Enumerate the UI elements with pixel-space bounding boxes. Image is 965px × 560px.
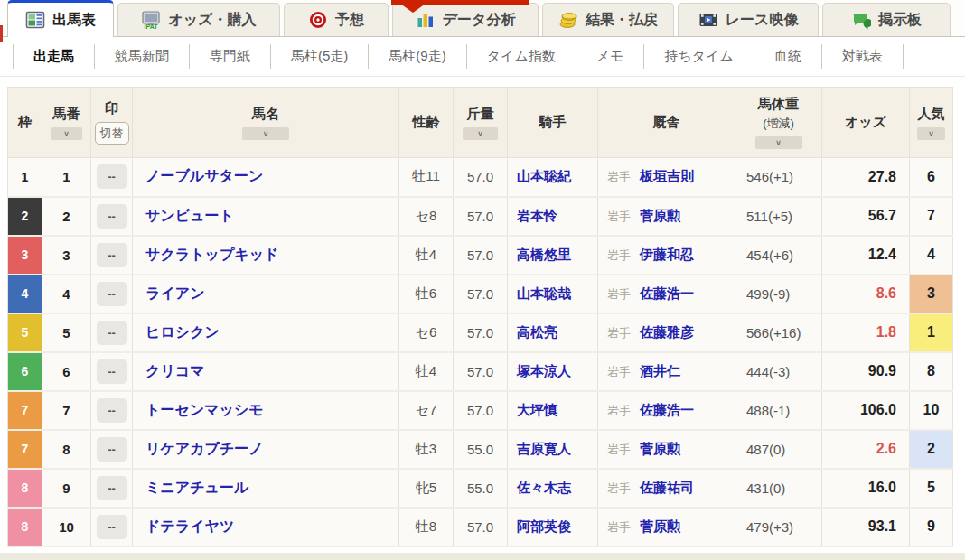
tab-forecast[interactable]: 予想 [284,3,389,36]
mark-button[interactable]: -- [97,359,127,384]
tab-racecard[interactable]: 出馬表 [7,0,114,37]
jockey-cell: 大坪慎 [508,391,598,430]
jockey-link[interactable]: 塚本涼人 [517,363,571,378]
tab-board[interactable]: 掲示板 [822,3,951,36]
mark-toggle-button[interactable]: 切替 [95,122,129,145]
carried-weight-cell: 57.0 [454,158,508,197]
subnav-item-1[interactable]: 競馬新聞 [94,44,189,69]
body-weight-cell: 511(+5) [735,197,822,236]
region-label: 岩手 [607,404,631,417]
carried-weight-cell: 57.0 [454,275,508,313]
mark-button[interactable]: -- [97,321,127,345]
col-header-odds: オッズ [822,88,910,158]
stable-cell: 岩手菅原勲 [598,508,735,546]
popularity-cell: 1 [910,313,953,352]
horse-name-link[interactable]: ヒロシクン [145,324,220,340]
stable-cell: 岩手佐藤祐司 [598,469,735,508]
trainer-link[interactable]: 酒井仁 [640,363,680,378]
carried-weight-cell: 57.0 [454,352,508,391]
horse-name-cell: ヒロシクン [133,313,399,352]
mark-cell: -- [91,236,133,275]
sort-name-button[interactable]: ∨ [242,127,289,140]
horse-name-link[interactable]: ライアン [145,285,205,301]
frame-number-cell: 5 [8,313,42,352]
horse-number-cell: 2 [42,197,91,236]
sort-num-button[interactable]: ∨ [51,127,82,140]
jockey-link[interactable]: 岩本怜 [517,208,557,223]
subnav-item-5[interactable]: タイム指数 [466,44,576,69]
col-header-weight-label: 斤量 [467,106,494,123]
subnav-item-4[interactable]: 馬柱(9走) [368,44,465,69]
tab-odds-purchase[interactable]: IPATオッズ・購入 [117,3,280,36]
trainer-link[interactable]: 佐藤雅彦 [640,324,694,340]
popularity-cell: 6 [910,158,953,197]
jockey-link[interactable]: 山本聡哉 [517,285,571,301]
sex-age-cell: 牝5 [399,469,454,508]
subnav-item-0[interactable]: 出走馬 [13,44,94,69]
mark-button[interactable]: -- [97,515,127,539]
jockey-link[interactable]: 吉原寛人 [517,441,571,456]
mark-button[interactable]: -- [97,282,127,306]
tab-race-video[interactable]: レース映像 [678,3,819,36]
mark-button[interactable]: -- [97,204,127,229]
body-weight-cell: 479(+3) [735,508,822,546]
table-row: 77--トーセンマッシモセ757.0大坪慎岩手佐藤浩一488(-1)106.01… [8,391,953,430]
subnav-item-3[interactable]: 馬柱(5走) [270,44,368,69]
horse-name-link[interactable]: サンビュート [145,208,234,223]
sort-popularity-button[interactable]: ∨ [917,127,945,140]
tab-results-payout[interactable]: 結果・払戻 [542,3,674,36]
trainer-link[interactable]: 佐藤浩一 [640,285,694,301]
jockey-link[interactable]: 佐々木志 [517,480,571,495]
subnav-item-9[interactable]: 対戦表 [821,44,904,69]
subnav-item-8[interactable]: 血統 [754,44,821,69]
stable-cell: 岩手菅原勲 [598,430,735,469]
speech-bubbles-icon [851,10,871,30]
odds-cell: 2.6 [822,430,910,469]
jockey-link[interactable]: 大坪慎 [517,402,557,417]
trainer-link[interactable]: 伊藤和忍 [640,247,694,262]
jockey-link[interactable]: 高松亮 [517,324,557,340]
horse-name-link[interactable]: サクラトップキッド [145,247,278,262]
tab-label: 結果・払戻 [586,11,658,30]
horse-name-link[interactable]: ノーブルサターン [145,168,263,183]
sort-weight-button[interactable]: ∨ [463,127,499,140]
jockey-link[interactable]: 高橋悠里 [517,247,571,262]
jockey-cell: 岩本怜 [508,197,598,236]
sex-age-cell: 牡6 [399,275,454,313]
trainer-link[interactable]: 佐藤祐司 [640,480,694,495]
popularity-cell: 8 [910,352,953,391]
subnav-item-7[interactable]: 持ちタイム [643,44,753,69]
jockey-cell: 山本聡哉 [508,275,598,313]
mark-button[interactable]: -- [97,398,127,423]
horse-number-cell: 4 [42,275,91,313]
jockey-link[interactable]: 山本聡紀 [517,168,571,183]
frame-number-cell: 8 [8,469,42,508]
jockey-link[interactable]: 阿部英俊 [517,518,571,534]
trainer-link[interactable]: 板垣吉則 [640,168,694,183]
carried-weight-cell: 55.0 [454,469,508,508]
horse-name-link[interactable]: ミニアチュール [145,480,248,495]
mark-button[interactable]: -- [97,437,127,462]
mark-button[interactable]: -- [97,476,127,500]
stable-cell: 岩手佐藤浩一 [598,391,735,430]
trainer-link[interactable]: 菅原勲 [640,441,680,456]
trainer-link[interactable]: 菅原勲 [640,518,680,534]
horse-name-link[interactable]: トーセンマッシモ [145,402,264,417]
horse-name-link[interactable]: ドテライヤツ [145,518,234,534]
trainer-link[interactable]: 佐藤浩一 [640,402,694,417]
odds-cell: 12.4 [822,236,910,275]
subnav-item-6[interactable]: メモ [576,44,644,69]
subnav-item-2[interactable]: 専門紙 [189,44,270,69]
mark-button[interactable]: -- [97,164,127,189]
horse-name-link[interactable]: クリコマ [145,363,205,378]
col-header-sexage-label: 性齢 [413,114,440,131]
frame-number-cell: 3 [8,236,42,275]
mark-cell: -- [91,313,133,352]
sex-age-cell: 牡4 [399,352,454,391]
mark-button[interactable]: -- [97,243,127,267]
sort-bodyweight-button[interactable]: ∨ [755,136,802,149]
trainer-link[interactable]: 菅原勲 [640,208,680,223]
horse-name-link[interactable]: リケアカプチーノ [145,441,264,456]
body-weight-cell: 499(-9) [735,275,822,313]
horse-name-cell: ライアン [133,275,399,313]
